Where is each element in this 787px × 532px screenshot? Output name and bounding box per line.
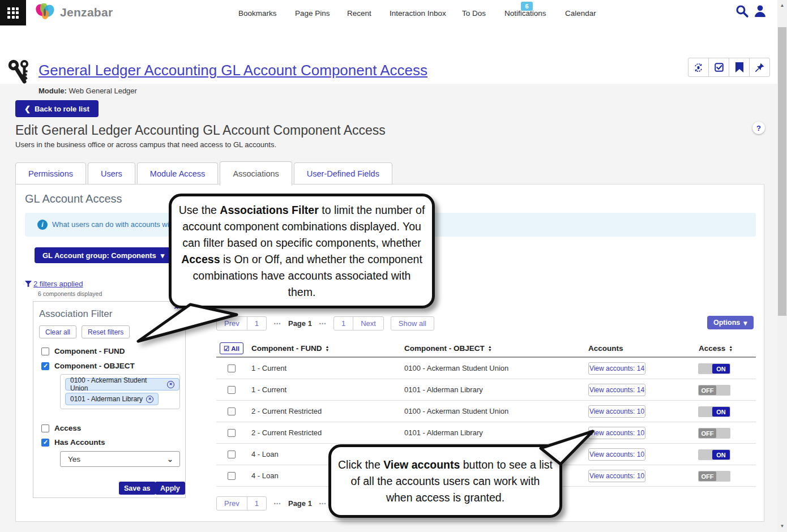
prev-button[interactable]: Prev: [217, 497, 247, 510]
checkbox-has-accounts[interactable]: [41, 439, 49, 447]
page-1-button[interactable]: 1: [247, 497, 266, 510]
nav-calendar[interactable]: Calendar: [565, 9, 596, 18]
nav-interaction-inbox[interactable]: Interaction Inbox: [390, 9, 446, 18]
check-square-icon: [714, 62, 724, 72]
column-header-object[interactable]: Component - OBJECT: [404, 344, 492, 353]
butterfly-logo-icon: [34, 3, 57, 22]
pushpin-icon: [755, 62, 765, 72]
filter-row-has-accounts: Has Accounts: [41, 438, 105, 447]
row-checkbox[interactable]: [228, 386, 236, 394]
chip-alderman: 0101 - Alderman Library ✕: [65, 393, 159, 405]
checkbox-access[interactable]: [41, 424, 49, 432]
nav-bookmarks[interactable]: Bookmarks: [238, 9, 277, 18]
access-toggle[interactable]: ON: [698, 406, 730, 417]
column-header-access[interactable]: Access: [699, 344, 733, 353]
row-checkbox[interactable]: [228, 429, 236, 437]
table-row: 1 - Current 0100 - Ackerman Student Unio…: [216, 358, 756, 379]
module-value: Web General Ledger: [69, 87, 136, 95]
access-toggle[interactable]: ON: [698, 449, 730, 460]
scroll-down-icon[interactable]: ▼: [777, 522, 787, 531]
pagination-top: Prev 1 ⋯ Page 1 ⋯ 1 Next Show all: [216, 316, 434, 331]
notifications-badge: 6: [521, 2, 533, 11]
tab-module-access[interactable]: Module Access: [137, 162, 219, 185]
reset-filters-button[interactable]: Reset filters: [82, 325, 130, 338]
nav-recent[interactable]: Recent: [347, 9, 371, 18]
apply-button[interactable]: Apply: [155, 482, 185, 495]
chip-remove-icon[interactable]: ✕: [167, 381, 174, 388]
checkbox-label: Access: [54, 424, 81, 432]
tab-users[interactable]: Users: [88, 162, 135, 185]
fund-cell: 2 - Current Restricted: [251, 407, 322, 415]
view-accounts-button[interactable]: View accounts: 10: [588, 470, 645, 482]
row-checkbox[interactable]: [228, 472, 236, 480]
fund-cell: 1 - Current: [251, 385, 286, 394]
butterfly-refresh-icon: [693, 62, 704, 73]
nav-to-dos[interactable]: To Dos: [462, 9, 486, 18]
nav-page-pins[interactable]: Page Pins: [295, 9, 330, 18]
save-as-button[interactable]: Save as: [119, 482, 156, 495]
top-bar: Jenzabar Bookmarks Page Pins Recent Inte…: [0, 0, 777, 25]
module-label: Module:: [39, 87, 67, 95]
checkbox-label: Component - OBJECT: [54, 362, 135, 370]
components-displayed-text: 6 components displayed: [38, 290, 102, 297]
scroll-up-icon[interactable]: ▲: [777, 1, 787, 10]
view-accounts-button[interactable]: View accounts: 14: [588, 384, 645, 396]
checkbox-component-fund[interactable]: [41, 347, 49, 355]
next-button[interactable]: Next: [353, 317, 383, 330]
info-text: What users can do with accounts with: [52, 220, 176, 229]
sync-roles-button[interactable]: [688, 58, 709, 77]
has-accounts-select[interactable]: Yes ⌄: [60, 451, 180, 467]
sort-icon[interactable]: [729, 345, 733, 352]
view-accounts-button[interactable]: View accounts: 14: [588, 362, 645, 375]
user-icon[interactable]: [754, 5, 766, 18]
table-row: 2 - Current Restricted 0101 - Alderman L…: [216, 422, 756, 444]
access-toggle[interactable]: OFF: [698, 471, 730, 482]
options-button[interactable]: Options ▾: [707, 316, 754, 329]
page-1-button[interactable]: 1: [247, 317, 266, 330]
column-header-fund[interactable]: Component - FUND: [251, 344, 329, 353]
tab-user-defined-fields[interactable]: User-Defined Fields: [294, 162, 392, 185]
tab-permissions[interactable]: Permissions: [15, 162, 86, 185]
section-title: GL Account Access: [25, 192, 122, 205]
filter-row-component-object: Component - OBJECT: [41, 362, 135, 370]
row-checkbox[interactable]: [228, 451, 236, 458]
page-1-button[interactable]: 1: [334, 317, 353, 330]
object-cell: 0100 - Ackerman Student Union: [404, 407, 508, 415]
clear-all-button[interactable]: Clear all: [39, 325, 76, 338]
vertical-scrollbar[interactable]: ▲ ▼: [777, 0, 787, 532]
table-row: 1 - Current 0101 - Alderman Library View…: [216, 379, 756, 401]
filters-applied-link[interactable]: 2 filters applied: [25, 280, 83, 288]
view-accounts-button[interactable]: View accounts: 10: [588, 405, 645, 418]
access-toggle[interactable]: OFF: [698, 385, 730, 396]
chip-remove-icon[interactable]: ✕: [146, 396, 153, 403]
search-icon[interactable]: [735, 4, 749, 18]
page-title-link[interactable]: General Ledger Accounting GL Account Com…: [39, 62, 427, 79]
access-toggle[interactable]: ON: [698, 363, 730, 374]
tab-associations[interactable]: Associations: [220, 161, 292, 186]
help-button[interactable]: ?: [752, 122, 765, 134]
fund-cell: 2 - Current Restricted: [251, 428, 322, 437]
checkbox-component-object[interactable]: [41, 362, 49, 370]
app-launcher-button[interactable]: [0, 0, 26, 25]
filter-row-component-fund: Component - FUND: [41, 347, 125, 355]
associations-filter-callout: Use the Associations Filter to limit the…: [169, 194, 435, 308]
selected-components-box: 0100 - Ackerman Student Union ✕ 0101 - A…: [60, 374, 180, 409]
show-all-button[interactable]: Show all: [391, 316, 434, 331]
object-cell: 0101 - Alderman Library: [404, 428, 483, 437]
help-icon: ?: [756, 124, 761, 132]
row-checkbox[interactable]: [228, 364, 236, 372]
header-toolbar: [688, 58, 770, 77]
filter-title: Association Filter: [39, 308, 112, 320]
tasks-button[interactable]: [708, 58, 729, 77]
pin-button[interactable]: [749, 58, 770, 77]
sort-icon[interactable]: [325, 345, 329, 352]
scrollbar-thumb[interactable]: [778, 27, 786, 316]
jenzabar-logo[interactable]: Jenzabar: [34, 3, 113, 22]
access-toggle[interactable]: OFF: [698, 428, 730, 439]
gl-account-group-button[interactable]: GL Account group: Components ▾: [35, 247, 172, 263]
bookmark-button[interactable]: [729, 58, 750, 77]
sort-icon[interactable]: [488, 345, 492, 352]
back-to-role-list-button[interactable]: ❮ Back to role list: [15, 100, 99, 117]
chip-ackerman: 0100 - Ackerman Student Union ✕: [65, 378, 179, 391]
row-checkbox[interactable]: [228, 407, 236, 415]
